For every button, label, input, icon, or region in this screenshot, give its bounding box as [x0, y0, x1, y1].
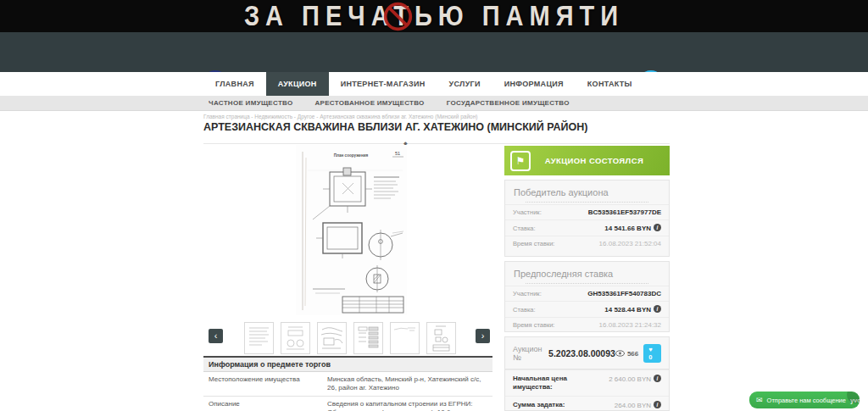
breadcrumb[interactable]: Главная страница - Недвижимость - Другое… [203, 114, 477, 119]
time-label: Время ставки: [513, 321, 554, 329]
envelope-icon: ✉ [756, 396, 763, 404]
info-row-label: Местоположение имущества [209, 375, 327, 392]
gallery-thumbnail-1[interactable] [244, 322, 274, 354]
nav-tab-contacts[interactable]: КОНТАКТЫ [576, 72, 644, 96]
auction-status-label: АУКЦИОН СОСТОЯЛСЯ [531, 156, 658, 165]
chat-label: Отправьте нам сообщение [767, 397, 846, 404]
participant-value: BC535361EF537977DE [588, 208, 661, 216]
ad-banner-title: ЗА ПЕЧАТЬЮ ПАМЯТИ [244, 1, 624, 32]
prohibition-sign-icon [382, 1, 414, 32]
nav-tab-services[interactable]: УСЛУГИ [437, 72, 492, 96]
participant-label: Участник: [513, 208, 542, 216]
subnav-state-property[interactable]: ГОСУДАРСТВЕННОЕ ИМУЩЕСТВО [447, 96, 570, 110]
auction-number-label: Аукцион № [513, 345, 545, 362]
time-value: 16.08.2023 21:24:32 [599, 321, 661, 329]
divider [526, 202, 648, 203]
prev-time-row: Время ставки: 16.08.2023 21:24:32 [505, 317, 669, 332]
prev-participant-row: Участник: GH535361FF540783DC [505, 286, 669, 301]
info-row-value: Минская область, Минский р-н, Хатежински… [327, 375, 487, 392]
auction-header: Аукцион № 5.2023.08.00093 566 ♥ 0 [505, 337, 669, 369]
top-ad-banner[interactable]: ЗА ПЕЧАТЬЮ ПАМЯТИ [0, 0, 868, 32]
gallery-thumbnail-2[interactable] [281, 322, 310, 354]
gallery-thumbnail-6[interactable] [426, 322, 456, 354]
chat-widget-button[interactable]: ✉ Отправьте нам сообщение yvo [749, 392, 860, 408]
auction-details-panel: Аукцион № 5.2023.08.00093 566 ♥ 0 Началь… [504, 336, 670, 411]
bid-label: Ставка: [513, 225, 536, 232]
nav-tab-home[interactable]: ГЛАВНАЯ [203, 72, 266, 96]
info-row-value: Сведения о капитальном строении из ЕГРНИ… [327, 400, 487, 411]
gallery-thumbnail-4[interactable] [353, 322, 383, 354]
info-row-label: Описание [209, 400, 327, 411]
nav-tab-shop[interactable]: ИНТЕРНЕТ-МАГАЗИН [329, 72, 437, 96]
bid-label: Ставка: [513, 306, 536, 314]
gallery-thumbnail-3[interactable] [317, 322, 347, 354]
prev-bid-row: Ставка: 14 528.44 BYNi [505, 301, 669, 317]
lot-main-image[interactable]: План сооружения 51 [296, 145, 407, 315]
winner-participant-row: Участник: BC535361EF537977DE [505, 204, 669, 219]
info-icon[interactable]: i [654, 305, 661, 313]
info-table-title: Информация о предмете торгов [203, 356, 492, 372]
like-button[interactable]: ♥ 0 [643, 344, 661, 363]
auction-row-start-price: Начальная цена имущества: 2 640.00 BYNi [505, 369, 669, 396]
previous-bid-panel-title: Предпоследняя ставка [505, 262, 669, 283]
site-header: БелЮрОбеспечение ПЛОЩАДКА ПО ПРОДАЖЕ ИМУ… [0, 32, 868, 72]
table-row: Местоположение имущества Минская область… [203, 372, 492, 397]
previous-bid-panel: Предпоследняя ставка Участник: GH535361F… [504, 261, 670, 332]
info-icon[interactable]: i [654, 375, 661, 382]
title-divider [203, 143, 670, 144]
subnav-private-property[interactable]: ЧАСТНОЕ ИМУЩЕСТВО [209, 96, 292, 110]
winner-panel-title: Победитель аукциона [505, 181, 669, 202]
nav-tab-auction[interactable]: АУКЦИОН [266, 72, 329, 96]
drawing-caption: План сооружения [334, 153, 369, 158]
winner-time-row: Время ставки: 16.08.2023 21:52:04 [505, 236, 669, 251]
auction-status-banner: ⚑ АУКЦИОН СОСТОЯЛСЯ [504, 146, 670, 175]
nav-tab-information[interactable]: ИНФОРМАЦИЯ [492, 72, 576, 96]
winner-bid-row: Ставка: 14 541.66 BYNi [505, 219, 669, 236]
page: ЗА ПЕЧАТЬЮ ПАМЯТИ БелЮрОбеспечение ПЛОЩА… [0, 0, 868, 411]
bid-value: 14 541.66 BYNi [604, 224, 661, 232]
time-value: 16.08.2023 21:52:04 [599, 240, 661, 247]
eye-icon [615, 350, 625, 357]
table-row: Описание Сведения о капитальном строении… [203, 397, 492, 411]
views-counter: 566 [615, 350, 638, 358]
info-icon[interactable]: i [654, 224, 661, 231]
drawing-page-number: 51 [395, 151, 400, 156]
participant-value: GH535361FF540783DC [587, 290, 661, 297]
info-icon[interactable]: i [654, 401, 661, 408]
time-label: Время ставки: [513, 240, 554, 247]
sub-nav: ЧАСТНОЕ ИМУЩЕСТВО АРЕСТОВАННОЕ ИМУЩЕСТВО… [0, 96, 868, 111]
views-count: 566 [627, 350, 638, 358]
gallery-next-button[interactable]: › [476, 329, 490, 343]
participant-label: Участник: [513, 290, 542, 297]
subnav-seized-property[interactable]: АРЕСТОВАННОЕ ИМУЩЕСТВО [314, 96, 424, 110]
auction-row-deposit: Сумма задатка: 264.00 BYNi [505, 396, 669, 411]
page-title: АРТЕЗИАНСКАЯ СКВАЖИНА ВБЛИЗИ АГ. ХАТЕЖИН… [203, 121, 587, 133]
gallery-prev-button[interactable]: ‹ [209, 329, 223, 343]
divider [526, 283, 648, 284]
flag-icon: ⚑ [510, 151, 531, 171]
auction-number: 5.2023.08.00093 [548, 348, 615, 358]
lot-info-table: Информация о предмете торгов Местоположе… [203, 356, 492, 411]
bid-value: 14 528.44 BYNi [604, 305, 661, 314]
gallery-thumbnail-5[interactable] [390, 322, 420, 354]
chat-fold-decoration [847, 392, 860, 403]
winner-panel: Победитель аукциона Участник: BC535361EF… [504, 180, 670, 257]
main-nav: ГЛАВНАЯ АУКЦИОН ИНТЕРНЕТ-МАГАЗИН УСЛУГИ … [0, 72, 868, 96]
